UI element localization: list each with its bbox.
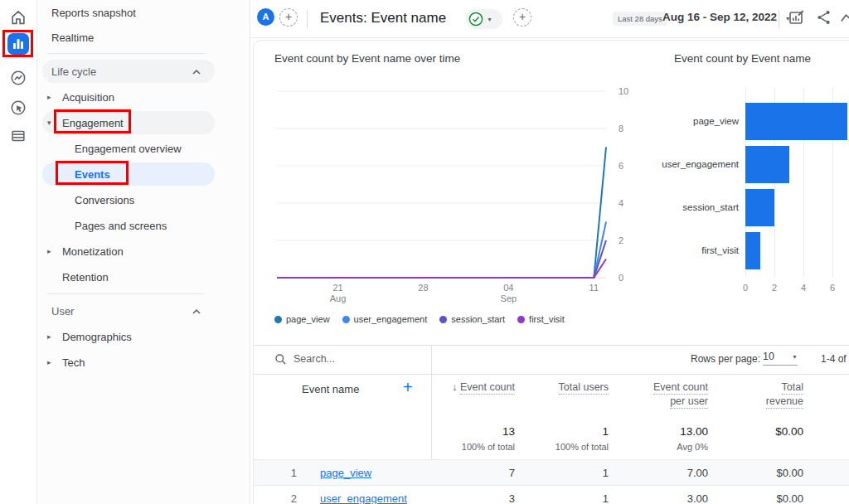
- add-report-tab-button[interactable]: +: [513, 8, 531, 27]
- explore-icon[interactable]: [7, 66, 30, 90]
- left-icon-rail: [0, 0, 37, 504]
- bar-category-label: session_start: [660, 189, 739, 226]
- reports-sidebar: Reports snapshot Realtime Life cycle ▸ A…: [37, 0, 250, 504]
- cell-per-user: 7.00: [609, 460, 708, 486]
- add-dimension-button[interactable]: +: [403, 378, 413, 397]
- expand-arrow-icon: ▸: [47, 332, 51, 341]
- sidebar-item-conversions[interactable]: Conversions: [37, 188, 250, 211]
- svg-text:8: 8: [619, 124, 623, 133]
- line-chart: 024681021Aug2804Sep11: [274, 84, 639, 324]
- rows-per-page-select[interactable]: 10 ▼: [763, 351, 798, 366]
- customize-report-icon[interactable]: [788, 8, 806, 30]
- cell-revenue: $0.00: [704, 486, 803, 504]
- svg-text:11: 11: [589, 283, 599, 293]
- report-content-card: Event count by Event name over time 0246…: [253, 40, 849, 504]
- selected-item-pill: [42, 162, 215, 186]
- svg-text:2: 2: [619, 235, 623, 245]
- sidebar-section-life-cycle[interactable]: Life cycle: [37, 60, 250, 83]
- sidebar-item-reports-snapshot[interactable]: Reports snapshot: [37, 1, 250, 24]
- sidebar-item-engagement-overview[interactable]: Engagement overview: [37, 137, 250, 160]
- legend-item: session_start: [439, 314, 505, 324]
- sidebar-item-retention[interactable]: Retention: [37, 265, 250, 288]
- sidebar-divider: [47, 53, 205, 54]
- rows-per-page-label: Rows per page:: [691, 353, 760, 365]
- cell-revenue: $0.00: [704, 460, 803, 486]
- event-name-link[interactable]: page_view: [320, 460, 371, 486]
- date-preset-badge: Last 28 days: [613, 12, 667, 26]
- line-chart-legend: page_view user_engagement session_start …: [274, 314, 565, 324]
- sidebar-item-realtime[interactable]: Realtime: [37, 26, 250, 49]
- sidebar-section-user[interactable]: User: [37, 299, 250, 322]
- bar-category-label: first_visit: [660, 232, 739, 269]
- share-icon[interactable]: [815, 8, 833, 30]
- expand-arrow-icon: ▸: [47, 93, 51, 101]
- event-name-link[interactable]: user_engagement: [320, 486, 407, 504]
- sidebar-item-events[interactable]: Events: [37, 162, 250, 186]
- cell-event-count: 3: [415, 486, 515, 504]
- totals-total-users-note: 100% of total: [509, 442, 609, 452]
- chevron-down-icon: ▼: [792, 354, 798, 360]
- search-icon: [274, 353, 287, 369]
- add-comparison-button[interactable]: +: [279, 8, 298, 27]
- column-header-event-count-per-user[interactable]: Event count per user: [609, 380, 708, 409]
- svg-text:21: 21: [332, 283, 342, 293]
- sidebar-item-acquisition[interactable]: ▸ Acquisition: [37, 85, 250, 109]
- search-input[interactable]: Search...: [294, 353, 335, 365]
- column-header-total-users[interactable]: Total users: [509, 380, 609, 395]
- bar-axis-tick: 4: [795, 283, 812, 293]
- check-circle-icon: [468, 12, 483, 27]
- bar-session_start: [745, 189, 774, 226]
- chevron-down-icon: ▼: [487, 17, 492, 22]
- totals-event-count: 13: [415, 425, 515, 438]
- bar-category-label: page_view: [660, 103, 739, 140]
- home-icon[interactable]: [7, 6, 30, 29]
- insights-icon[interactable]: [840, 8, 849, 30]
- column-header-total-revenue[interactable]: Total revenue: [704, 380, 803, 409]
- bar-first_visit: [745, 232, 760, 269]
- pagination-label: 1-4 of 4: [821, 353, 849, 365]
- expand-arrow-icon: ▸: [47, 247, 51, 255]
- table-border: [254, 374, 849, 375]
- row-index: 2: [287, 486, 297, 504]
- chevron-up-icon: [192, 305, 201, 317]
- totals-total-users: 1: [509, 425, 609, 438]
- totals-event-count-note: 100% of total: [415, 442, 515, 452]
- header-divider: [779, 10, 779, 28]
- table-border: [254, 345, 849, 346]
- comparison-chip-avatar[interactable]: A: [257, 8, 274, 26]
- sort-desc-icon: ↓: [452, 381, 457, 393]
- legend-dot: [342, 316, 350, 323]
- bar-axis-tick: 2: [766, 283, 783, 293]
- sidebar-item-tech[interactable]: ▸ Tech: [37, 351, 250, 374]
- sidebar-item-monetization[interactable]: ▸ Monetization: [37, 240, 250, 263]
- bar-category-label: user_engagement: [660, 146, 739, 183]
- svg-text:28: 28: [418, 283, 428, 293]
- legend-item: page_view: [274, 314, 330, 324]
- totals-per-user-note: Avg 0%: [609, 442, 708, 452]
- sidebar-item-demographics[interactable]: ▸ Demographics: [37, 325, 250, 348]
- reports-bar-chart-icon[interactable]: [7, 33, 29, 55]
- sidebar-item-pages-and-screens[interactable]: Pages and screens: [37, 214, 250, 237]
- header-divider: [307, 10, 308, 28]
- bar-user_engagement: [745, 146, 789, 183]
- svg-text:4: 4: [619, 198, 623, 208]
- bar-axis-tick: 0: [737, 283, 754, 293]
- totals-revenue: $0.00: [704, 425, 803, 438]
- svg-text:10: 10: [619, 86, 628, 96]
- column-header-event-name[interactable]: Event name: [302, 383, 359, 395]
- svg-text:Aug: Aug: [330, 293, 347, 303]
- report-status-dropdown[interactable]: ▼: [466, 9, 502, 29]
- column-header-event-count[interactable]: ↓ Event count: [415, 380, 515, 395]
- sidebar-item-engagement[interactable]: ▾ Engagement: [37, 111, 250, 134]
- legend-item: first_visit: [517, 314, 565, 324]
- advertising-icon[interactable]: [7, 96, 30, 119]
- library-icon[interactable]: [7, 124, 30, 148]
- date-range-selector[interactable]: Aug 16 - Sep 12, 2022 ▼: [662, 11, 791, 23]
- legend-item: user_engagement: [342, 314, 428, 324]
- svg-text:0: 0: [619, 273, 623, 283]
- ga4-events-report-page: Reports snapshot Realtime Life cycle ▸ A…: [0, 0, 849, 504]
- table-row: 2 user_engagement 3 1 3.00 $0.00: [254, 485, 849, 504]
- chevron-up-icon: [192, 65, 201, 78]
- collapse-arrow-icon: ▾: [47, 119, 51, 127]
- bar-axis-tick: 6: [824, 283, 841, 293]
